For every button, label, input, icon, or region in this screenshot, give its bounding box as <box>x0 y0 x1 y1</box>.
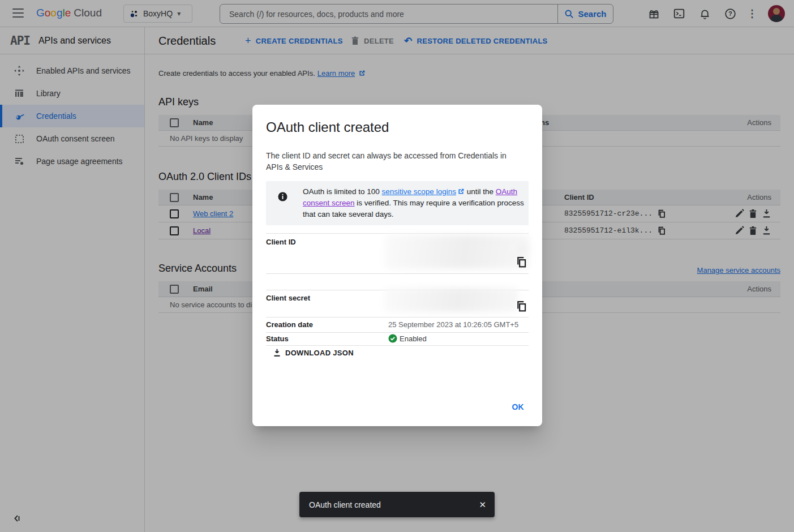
client-id-redacted-value <box>385 235 530 269</box>
divider <box>266 332 529 333</box>
sensitive-scope-logins-link[interactable]: sensitive scope logins <box>382 187 456 196</box>
check-circle-icon <box>388 334 397 343</box>
notice-pre: OAuth is limited to 100 <box>303 187 382 196</box>
notice-link1: sensitive scope logins <box>382 187 456 196</box>
client-secret-label: Client secret <box>266 294 310 302</box>
app-window: GoogleCloud BoxyHQ ▾ Search <box>0 0 794 532</box>
divider <box>266 273 529 274</box>
client-id-label: Client ID <box>266 238 296 246</box>
dialog-title: OAuth client created <box>266 119 389 135</box>
divider <box>266 233 529 234</box>
creation-date-value: 25 September 2023 at 10:26:05 GMT+5 <box>388 320 518 329</box>
ok-button[interactable]: OK <box>507 399 529 415</box>
info-icon <box>278 192 287 201</box>
oauth-client-created-dialog: OAuth client created The client ID and s… <box>252 105 542 426</box>
download-json-label: DOWNLOAD JSON <box>285 349 354 357</box>
status-value: Enabled <box>400 334 427 343</box>
notice-mid: until the <box>465 187 496 196</box>
creation-date-label: Creation date <box>266 320 313 329</box>
snackbar-toast: OAuth client created ✕ <box>299 492 495 517</box>
notice-text: OAuth is limited to 100 sensitive scope … <box>303 186 530 220</box>
divider <box>266 317 529 318</box>
divider <box>266 345 529 346</box>
download-json-button[interactable]: DOWNLOAD JSON <box>273 349 354 357</box>
copy-client-secret-icon[interactable] <box>516 301 527 312</box>
download-icon <box>273 349 281 357</box>
verification-notice: OAuth is limited to 100 sensitive scope … <box>266 181 529 225</box>
dialog-body-text: The client ID and secret can always be a… <box>266 150 521 173</box>
client-secret-redacted-value <box>384 288 518 312</box>
client-id-redacted-value <box>512 245 529 253</box>
external-link-icon <box>457 188 465 195</box>
close-icon[interactable]: ✕ <box>479 500 486 510</box>
status-label: Status <box>266 334 289 343</box>
toast-message: OAuth client created <box>309 500 479 509</box>
copy-client-id-icon[interactable] <box>516 256 527 268</box>
